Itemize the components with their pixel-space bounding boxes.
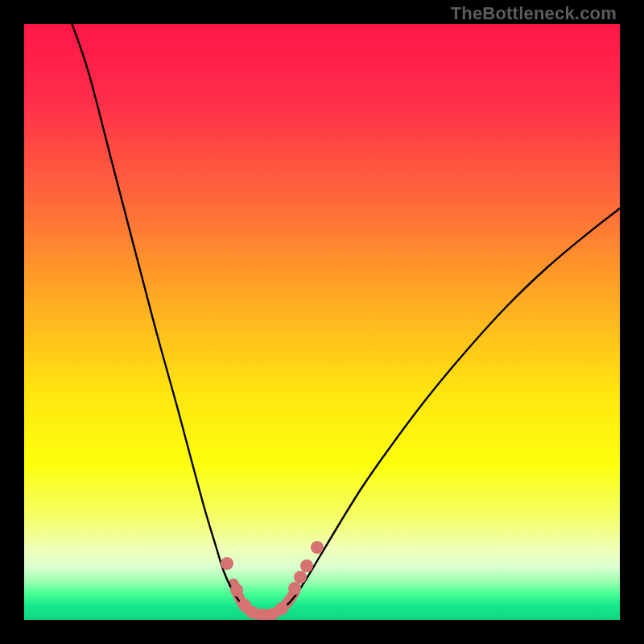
curve-marker-dot	[230, 584, 243, 597]
curve-marker-dot	[294, 571, 307, 584]
curve-left-curve	[69, 24, 266, 615]
chart-plot-area	[24, 24, 620, 620]
curve-marker-dot	[288, 582, 301, 595]
curve-marker-dot	[300, 559, 313, 572]
curve-marker-dot	[311, 541, 324, 554]
watermark-text: TheBottleneck.com	[451, 3, 617, 24]
chart-curves-layer	[24, 24, 620, 620]
curve-marker-dot	[275, 602, 288, 615]
curve-series-group	[69, 24, 620, 615]
curve-marker-dot	[221, 557, 233, 570]
